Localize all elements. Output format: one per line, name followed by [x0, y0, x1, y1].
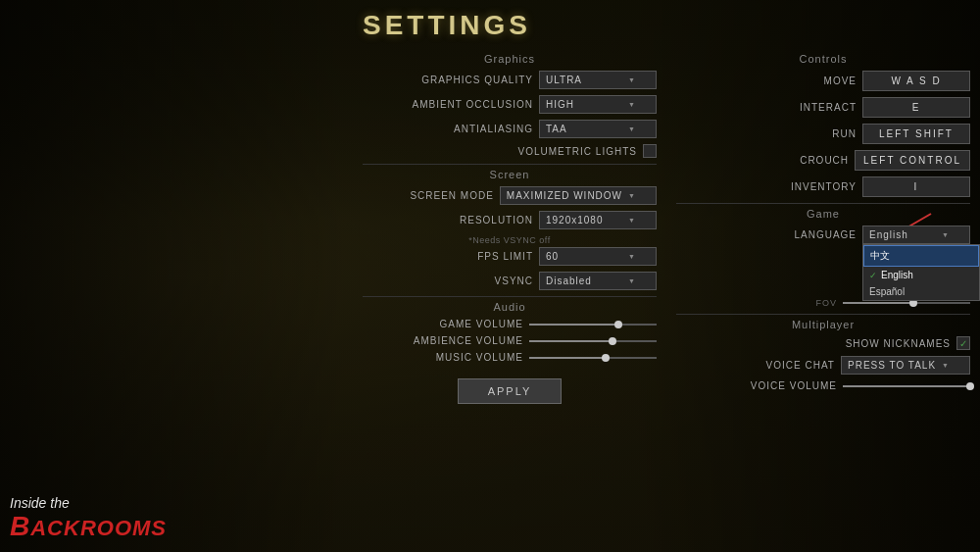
controls-game-divider — [676, 203, 970, 204]
volumetric-lights-row: VOLUMETRIC LIGHTS — [363, 144, 657, 158]
music-volume-track — [529, 357, 657, 359]
interact-keybind[interactable]: E — [862, 97, 970, 118]
vsync-row: VSYNC Disabled — [363, 272, 657, 290]
fps-limit-label: FPS LIMIT — [363, 251, 533, 262]
lang-es-text: Español — [869, 286, 905, 297]
music-volume-slider-container[interactable] — [529, 357, 657, 359]
game-volume-track — [529, 324, 657, 326]
logo: Inside the BACKROOMS — [10, 495, 167, 542]
vsync-note: *Needs VSYNC off — [363, 235, 657, 245]
graphics-quality-dropdown[interactable]: ULTRA — [539, 71, 657, 89]
inventory-label: INVENTORY — [676, 181, 857, 192]
inventory-keybind[interactable]: I — [862, 176, 970, 197]
ambient-occlusion-value: HIGH — [546, 99, 574, 110]
game-multiplayer-divider — [676, 314, 970, 315]
voice-volume-slider-container[interactable] — [843, 385, 970, 387]
fps-limit-value: 60 — [546, 251, 559, 262]
graphics-section-label: Graphics — [363, 53, 657, 65]
inventory-row: INVENTORY I — [676, 176, 970, 197]
graphics-screen-divider — [363, 164, 657, 165]
logo-line1: Inside the — [10, 495, 167, 511]
voice-volume-track — [843, 385, 970, 387]
move-row: MOVE W A S D — [676, 71, 970, 91]
apply-button[interactable]: APPLY — [458, 378, 563, 404]
music-volume-thumb[interactable] — [602, 354, 610, 362]
voice-volume-thumb[interactable] — [966, 382, 974, 390]
lang-en-text: English — [881, 270, 913, 280]
logo-rest: ACKROOMS — [30, 516, 167, 540]
fps-limit-dropdown[interactable]: 60 — [539, 247, 657, 266]
crouch-keybind[interactable]: LEFT CONTROL — [855, 150, 970, 171]
language-option-zh[interactable]: 中文 — [863, 245, 979, 267]
fps-limit-row: FPS LIMIT 60 — [363, 247, 657, 266]
antialiasing-value: TAA — [546, 124, 567, 134]
right-column: Controls MOVE W A S D INTERACT E RUN LEF… — [676, 51, 970, 404]
game-section-label: Game — [676, 208, 970, 220]
ambience-volume-thumb[interactable] — [609, 337, 616, 345]
fov-track — [843, 302, 970, 304]
screen-mode-label: SCREEN MODE — [363, 190, 494, 201]
vsync-label: VSYNC — [363, 276, 533, 286]
language-option-en[interactable]: ✓ English — [863, 267, 979, 283]
volumetric-lights-checkbox[interactable] — [643, 144, 657, 158]
language-option-es[interactable]: Español — [863, 283, 979, 300]
voice-chat-label: VOICE CHAT — [676, 360, 835, 371]
ambient-occlusion-dropdown[interactable]: HIGH — [539, 95, 657, 114]
resolution-row: RESOLUTION 1920x1080 — [363, 211, 657, 229]
run-row: RUN LEFT SHIFT — [676, 124, 970, 144]
move-label: MOVE — [676, 75, 857, 86]
left-column: Graphics GRAPHICS QUALITY ULTRA AMBIENT … — [363, 51, 657, 404]
antialiasing-dropdown[interactable]: TAA — [539, 120, 657, 138]
settings-panel: SETTINGS Graphics GRAPHICS QUALITY ULTRA… — [363, 10, 970, 544]
language-dropdown[interactable]: English — [862, 226, 970, 244]
language-row: LANGUAGE English 中文 ✓ English — [676, 226, 970, 244]
logo-line2: BACKROOMS — [10, 511, 167, 542]
voice-chat-dropdown[interactable]: PRESS TO TALK — [841, 356, 970, 375]
multiplayer-section-label: Multiplayer — [676, 319, 970, 330]
screen-mode-dropdown[interactable]: MAXIMIZED WINDOW — [500, 186, 657, 205]
move-keybind[interactable]: W A S D — [862, 71, 970, 91]
screen-mode-row: SCREEN MODE MAXIMIZED WINDOW — [363, 186, 657, 205]
language-options-list: 中文 ✓ English Español — [862, 244, 980, 301]
game-volume-thumb[interactable] — [614, 321, 622, 328]
game-volume-slider-container[interactable] — [529, 324, 657, 326]
screen-section-label: Screen — [363, 169, 657, 180]
volumetric-lights-label: VOLUMETRIC LIGHTS — [363, 146, 637, 157]
language-label: LANGUAGE — [676, 229, 857, 240]
run-keybind[interactable]: LEFT SHIFT — [862, 124, 970, 144]
music-volume-label: MUSIC VOLUME — [363, 352, 523, 363]
language-value: English — [869, 229, 908, 240]
lang-en-check: ✓ — [869, 271, 877, 280]
show-nicknames-checkbox[interactable]: ✓ — [956, 336, 970, 350]
ambience-volume-row: AMBIENCE VOLUME — [363, 335, 657, 346]
audio-section-label: Audio — [363, 301, 657, 313]
controls-section-label: Controls — [676, 53, 970, 65]
interact-row: INTERACT E — [676, 97, 970, 118]
interact-label: INTERACT — [676, 102, 857, 113]
ambient-occlusion-label: AMBIENT OCCLUSION — [363, 99, 533, 110]
game-volume-fill — [529, 324, 618, 326]
music-volume-row: MUSIC VOLUME — [363, 352, 657, 363]
voice-chat-row: VOICE CHAT PRESS TO TALK — [676, 356, 970, 375]
language-dropdown-container: English 中文 ✓ English Español — [862, 226, 970, 244]
voice-volume-label: VOICE VOLUME — [676, 380, 837, 391]
screen-mode-value: MAXIMIZED WINDOW — [507, 190, 622, 201]
voice-volume-row: VOICE VOLUME — [676, 380, 970, 391]
crouch-label: CROUCH — [676, 155, 849, 166]
graphics-quality-row: GRAPHICS QUALITY ULTRA — [363, 71, 657, 89]
crouch-row: CROUCH LEFT CONTROL — [676, 150, 970, 171]
vsync-dropdown[interactable]: Disabled — [539, 272, 657, 290]
show-nicknames-row: SHOW NICKNAMES ✓ — [676, 336, 970, 350]
antialiasing-label: ANTIALIASING — [363, 124, 533, 134]
antialiasing-row: ANTIALIASING TAA — [363, 120, 657, 138]
lang-zh-text: 中文 — [870, 249, 890, 263]
voice-chat-value: PRESS TO TALK — [848, 360, 936, 371]
show-nicknames-label: SHOW NICKNAMES — [676, 338, 951, 349]
fov-slider-container[interactable] — [843, 302, 970, 304]
ambient-occlusion-row: AMBIENT OCCLUSION HIGH — [363, 95, 657, 114]
game-volume-row: GAME VOLUME — [363, 319, 657, 329]
ambience-volume-slider-container[interactable] — [529, 340, 657, 342]
resolution-dropdown[interactable]: 1920x1080 — [539, 211, 657, 229]
voice-volume-fill — [843, 385, 970, 387]
resolution-value: 1920x1080 — [546, 215, 604, 226]
